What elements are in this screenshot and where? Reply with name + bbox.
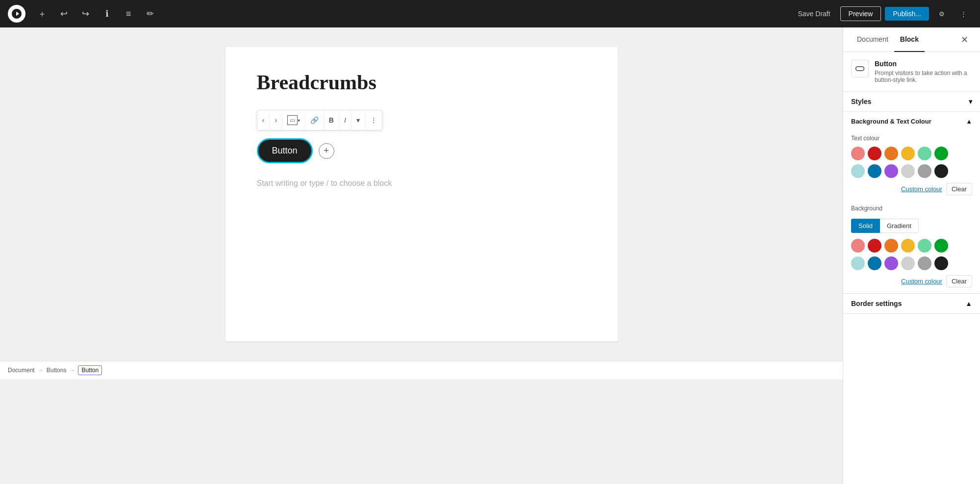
text-colour-swatch-light-green[interactable] <box>918 147 931 160</box>
bottom-breadcrumb: Document → Buttons → Button <box>0 361 843 379</box>
bg-text-colour-label: Background & Text Colour <box>851 118 931 125</box>
editor-area: Breadcrumbs ‹ › ▭ ▾ 🔗 B I ▾ ⋮ Button + <box>0 27 843 484</box>
bg-colour-swatch-yellow[interactable] <box>901 239 915 253</box>
bg-colour-swatch-light-green[interactable] <box>918 239 931 253</box>
sidebar-close-btn[interactable]: ✕ <box>957 27 972 51</box>
top-bar: ＋ ↩ ↪ ℹ ≡ ✏ Save Draft Preview Publish..… <box>0 0 980 27</box>
settings-btn[interactable]: ⚙ <box>933 5 951 23</box>
block-icon <box>851 60 869 77</box>
bg-text-colour-section: Background & Text Colour ▲ Text colour C… <box>843 112 980 294</box>
info-btn[interactable]: ℹ <box>98 5 116 23</box>
tab-block[interactable]: Block <box>894 27 925 52</box>
tab-document[interactable]: Document <box>851 27 894 52</box>
tools-btn[interactable]: ✏ <box>141 5 159 23</box>
bg-colour-swatches-row2 <box>843 255 980 272</box>
bg-colour-swatch-light-gray[interactable] <box>901 256 915 270</box>
svg-rect-0 <box>856 67 864 71</box>
border-chevron: ▲ <box>965 300 972 307</box>
undo-btn[interactable]: ↩ <box>55 5 73 23</box>
breadcrumb-buttons[interactable]: Buttons <box>47 367 67 374</box>
bg-solid-tab[interactable]: Solid <box>851 219 880 233</box>
block-description: Prompt visitors to take action with a bu… <box>875 70 972 83</box>
redo-btn[interactable]: ↪ <box>76 5 94 23</box>
top-bar-right: Save Draft Preview Publish... ⚙ ⋮ <box>792 5 972 23</box>
text-colour-swatch-blue[interactable] <box>868 164 881 178</box>
text-colour-swatch-orange[interactable] <box>884 147 898 160</box>
text-colour-swatches-row1 <box>843 145 980 162</box>
bg-tabs: Solid Gradient <box>843 215 980 237</box>
bg-text-header-btn[interactable]: Background & Text Colour ▲ <box>843 112 980 131</box>
add-after-btn[interactable]: + <box>319 143 334 159</box>
list-view-btn[interactable]: ≡ <box>120 5 137 23</box>
sidebar-tabs: Document Block ✕ <box>843 27 980 52</box>
block-name: Button <box>875 60 972 68</box>
bg-colour-swatch-orange[interactable] <box>884 239 898 253</box>
bg-colour-actions: Custom colour Clear <box>843 272 980 293</box>
text-colour-swatch-red[interactable] <box>868 147 881 160</box>
toolbar-next-btn[interactable]: › <box>270 110 282 130</box>
placeholder-text[interactable]: Start writing or type / to choose a bloc… <box>257 179 586 188</box>
text-colour-swatch-pink[interactable] <box>851 147 865 160</box>
publish-btn[interactable]: Publish... <box>885 7 929 21</box>
bg-colour-swatch-green[interactable] <box>934 239 948 253</box>
bg-custom-colour-btn[interactable]: Custom colour <box>901 278 942 285</box>
top-bar-left: ＋ ↩ ↪ ℹ ≡ ✏ <box>8 5 159 23</box>
preview-btn[interactable]: Preview <box>840 6 881 21</box>
toolbar-more-btn[interactable]: ▾ <box>352 110 365 130</box>
bg-colour-swatch-pink[interactable] <box>851 239 865 253</box>
breadcrumb-arrow-2: → <box>69 367 75 374</box>
bg-gradient-tab[interactable]: Gradient <box>880 219 919 233</box>
bg-text-chevron: ▲ <box>966 118 972 125</box>
block-info-text: Button Prompt visitors to take action wi… <box>875 60 972 83</box>
bg-colour-swatch-gray[interactable] <box>918 256 931 270</box>
bg-colour-swatch-light-blue[interactable] <box>851 256 865 270</box>
bg-colour-swatches-row1 <box>843 237 980 255</box>
styles-label: Styles <box>851 98 871 105</box>
main-layout: Breadcrumbs ‹ › ▭ ▾ 🔗 B I ▾ ⋮ Button + <box>0 27 980 484</box>
text-colour-actions: Custom colour Clear <box>843 180 980 201</box>
text-colour-swatches-row2 <box>843 162 980 180</box>
text-colour-swatch-gray[interactable] <box>918 164 931 178</box>
block-info: Button Prompt visitors to take action wi… <box>843 52 980 92</box>
border-settings-label: Border settings <box>851 300 902 307</box>
text-colour-swatch-yellow[interactable] <box>901 147 915 160</box>
bg-colour-swatch-red[interactable] <box>868 239 881 253</box>
button-block-wrapper: Button + <box>257 138 586 163</box>
text-clear-btn[interactable]: Clear <box>946 183 972 195</box>
toolbar-options-btn[interactable]: ⋮ <box>365 110 382 130</box>
bg-colour-swatch-black[interactable] <box>934 256 948 270</box>
page-title[interactable]: Breadcrumbs <box>257 71 586 94</box>
breadcrumb-arrow-1: → <box>38 367 44 374</box>
styles-chevron: ▾ <box>969 98 972 105</box>
text-colour-swatch-purple[interactable] <box>884 164 898 178</box>
bg-colour-swatch-blue[interactable] <box>868 256 881 270</box>
bg-clear-btn[interactable]: Clear <box>946 275 972 287</box>
right-sidebar: Document Block ✕ Button Prompt visitors … <box>843 27 980 484</box>
border-settings-section: Border settings ▲ <box>843 294 980 314</box>
more-options-btn[interactable]: ⋮ <box>955 5 972 23</box>
toolbar-link-btn[interactable]: 🔗 <box>305 110 324 130</box>
toolbar-bold-btn[interactable]: B <box>324 110 339 130</box>
block-toolbar: ‹ › ▭ ▾ 🔗 B I ▾ ⋮ <box>257 110 382 130</box>
background-label: Background <box>843 201 980 215</box>
text-colour-swatch-light-gray[interactable] <box>901 164 915 178</box>
styles-section-header[interactable]: Styles ▾ <box>843 92 980 111</box>
text-custom-colour-btn[interactable]: Custom colour <box>901 185 942 193</box>
toolbar-block-type-btn[interactable]: ▭ ▾ <box>282 110 305 130</box>
toolbar-italic-btn[interactable]: I <box>339 110 352 130</box>
add-block-toolbar-btn[interactable]: ＋ <box>33 5 51 23</box>
breadcrumb-document[interactable]: Document <box>8 367 35 374</box>
breadcrumb-button[interactable]: Button <box>78 365 102 375</box>
text-colour-swatch-black[interactable] <box>934 164 948 178</box>
wordpress-logo[interactable] <box>8 5 25 23</box>
toolbar-prev-btn[interactable]: ‹ <box>257 110 270 130</box>
editor-content: Breadcrumbs ‹ › ▭ ▾ 🔗 B I ▾ ⋮ Button + <box>226 47 618 341</box>
save-draft-btn[interactable]: Save Draft <box>792 7 836 21</box>
styles-section: Styles ▾ <box>843 92 980 112</box>
text-colour-label: Text colour <box>843 131 980 145</box>
text-colour-swatch-light-blue[interactable] <box>851 164 865 178</box>
border-settings-header[interactable]: Border settings ▲ <box>843 294 980 313</box>
wp-button-block[interactable]: Button <box>257 138 313 163</box>
text-colour-swatch-green[interactable] <box>934 147 948 160</box>
bg-colour-swatch-purple[interactable] <box>884 256 898 270</box>
